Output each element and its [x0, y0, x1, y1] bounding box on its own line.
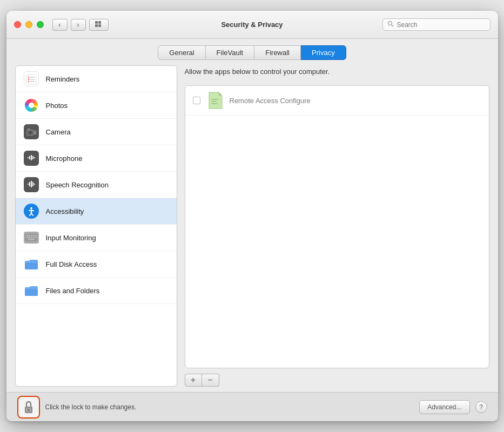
lock-button[interactable] — [17, 396, 40, 418]
microphone-label: Microphone — [46, 154, 83, 163]
back-button[interactable]: ‹ — [52, 19, 68, 31]
tab-bar: General FileVault Firewall Privacy — [6, 39, 498, 65]
svg-rect-21 — [28, 157, 29, 158]
svg-rect-19 — [28, 129, 30, 130]
svg-rect-42 — [33, 235, 35, 237]
sidebar: Reminders — [15, 65, 177, 387]
tab-privacy[interactable]: Privacy — [301, 45, 346, 60]
close-button[interactable] — [14, 21, 21, 28]
main-content: Reminders — [6, 65, 498, 392]
tab-filevault[interactable]: FileVault — [206, 45, 255, 60]
speech-recognition-icon — [23, 177, 39, 193]
maximize-button[interactable] — [37, 21, 44, 28]
reminders-label: Reminders — [46, 75, 80, 83]
svg-rect-31 — [34, 184, 35, 185]
full-disk-access-label: Full Disk Access — [46, 260, 97, 268]
svg-rect-28 — [29, 182, 30, 186]
photos-label: Photos — [46, 102, 68, 110]
remote-access-icon — [207, 91, 223, 110]
svg-rect-22 — [29, 156, 30, 159]
remove-button[interactable]: − — [202, 374, 219, 387]
window-title: Security & Privacy — [221, 21, 283, 29]
microphone-icon — [23, 150, 39, 166]
svg-rect-29 — [31, 181, 32, 187]
files-and-folders-label: Files and Folders — [46, 287, 100, 295]
main-window: ‹ › Security & Privacy General FileV — [6, 11, 498, 421]
svg-rect-0 — [95, 21, 98, 24]
sidebar-item-full-disk-access[interactable]: Full Disk Access — [16, 251, 177, 278]
svg-rect-39 — [26, 235, 28, 237]
remote-access-label: Remote Access Configure — [230, 97, 311, 105]
reminders-icon — [23, 71, 39, 87]
camera-label: Camera — [46, 128, 71, 136]
input-monitoring-icon — [23, 230, 39, 246]
svg-rect-56 — [28, 410, 29, 411]
svg-rect-40 — [29, 235, 30, 237]
sidebar-item-speech-recognition[interactable]: Speech Recognition — [16, 172, 177, 198]
full-disk-access-icon — [23, 256, 39, 272]
sidebar-item-microphone[interactable]: Microphone — [16, 145, 177, 172]
svg-point-18 — [29, 132, 31, 134]
traffic-lights — [14, 21, 44, 28]
svg-rect-44 — [26, 237, 28, 239]
help-button[interactable]: ? — [475, 401, 487, 413]
forward-button[interactable]: › — [71, 19, 86, 31]
nav-buttons: ‹ › — [52, 19, 86, 31]
svg-rect-52 — [211, 103, 218, 104]
speech-recognition-label: Speech Recognition — [46, 181, 109, 189]
advanced-button[interactable]: Advanced... — [419, 400, 469, 414]
sidebar-item-photos[interactable]: Photos — [16, 92, 177, 119]
sidebar-item-reminders[interactable]: Reminders — [16, 66, 177, 92]
camera-icon — [23, 124, 39, 140]
svg-rect-41 — [31, 235, 32, 237]
accessibility-label: Accessibility — [46, 207, 84, 215]
svg-rect-30 — [32, 182, 33, 186]
titlebar: ‹ › Security & Privacy — [6, 11, 498, 39]
svg-rect-48 — [35, 237, 37, 239]
files-and-folders-icon — [23, 282, 39, 299]
tab-general[interactable]: General — [158, 45, 205, 60]
input-monitoring-label: Input Monitoring — [46, 234, 96, 242]
svg-rect-23 — [31, 155, 32, 160]
svg-rect-49 — [28, 239, 35, 240]
search-bar[interactable] — [382, 18, 490, 31]
sidebar-item-camera[interactable]: Camera — [16, 119, 177, 145]
table-row: Remote Access Configure — [185, 86, 489, 116]
svg-line-5 — [391, 25, 393, 26]
svg-rect-3 — [98, 24, 101, 27]
svg-rect-46 — [31, 237, 32, 239]
photos-icon — [23, 97, 39, 113]
svg-rect-50 — [211, 99, 219, 100]
accessibility-icon — [23, 203, 39, 219]
search-input[interactable] — [397, 21, 486, 29]
right-panel: Allow the apps below to control your com… — [185, 65, 489, 387]
tab-firewall[interactable]: Firewall — [254, 45, 301, 60]
svg-rect-45 — [29, 237, 30, 239]
svg-rect-24 — [32, 156, 33, 159]
svg-point-33 — [30, 207, 32, 210]
svg-rect-27 — [28, 184, 29, 185]
svg-rect-2 — [95, 24, 98, 27]
sidebar-item-accessibility[interactable]: Accessibility — [16, 198, 177, 225]
minimize-button[interactable] — [25, 21, 32, 28]
sidebar-item-files-and-folders[interactable]: Files and Folders — [16, 278, 177, 304]
lock-text: Click the lock to make changes. — [45, 403, 137, 411]
app-checkbox-remote-access[interactable] — [193, 97, 200, 104]
sidebar-item-input-monitoring[interactable]: Input Monitoring — [16, 225, 177, 251]
bottom-bar: Click the lock to make changes. Advanced… — [6, 392, 498, 421]
svg-rect-47 — [33, 237, 35, 239]
svg-point-14 — [29, 103, 34, 108]
add-button[interactable]: + — [185, 374, 202, 387]
svg-rect-1 — [98, 21, 101, 24]
svg-rect-51 — [211, 101, 217, 102]
svg-rect-25 — [34, 157, 35, 158]
app-grid-button[interactable] — [89, 19, 109, 31]
description-text: Allow the apps below to control your com… — [185, 65, 489, 80]
svg-rect-43 — [35, 235, 37, 237]
action-buttons: + − — [185, 374, 489, 387]
search-icon — [387, 21, 394, 29]
apps-list: Remote Access Configure — [185, 85, 489, 368]
